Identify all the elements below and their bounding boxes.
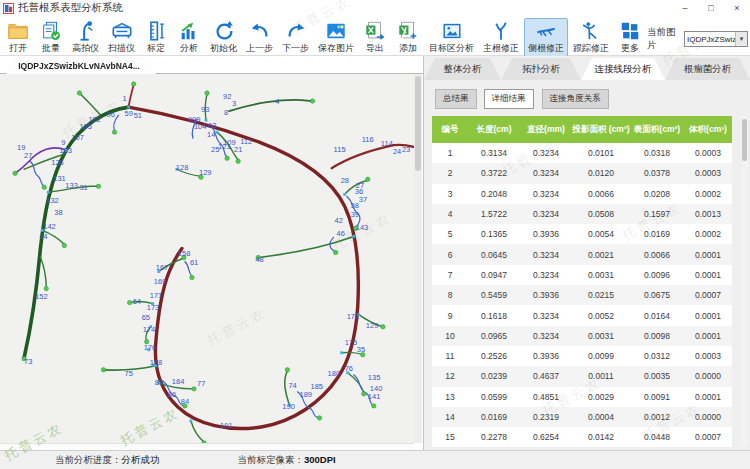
close-button[interactable]: × <box>724 1 750 16</box>
table-row[interactable]: 90.16180.32340.00520.01640.0001 <box>432 305 732 325</box>
root-tip-marker <box>205 91 209 95</box>
cell: 0.0169 <box>468 412 520 422</box>
segment-label: 31 <box>79 183 87 192</box>
toolbar-calibrate-button[interactable]: 标定 <box>140 18 172 57</box>
table-row[interactable]: 130.05990.48510.00290.00910.0001 <box>432 387 732 407</box>
total-results-button[interactable]: 总结果 <box>435 89 477 109</box>
tab-segment-analysis[interactable]: 连接线段分析 <box>581 58 665 80</box>
segment-label: 61 <box>190 258 198 267</box>
table-row[interactable]: 120.02390.46370.00110.00350.0000 <box>432 366 732 386</box>
segment-label: 115 <box>334 145 346 154</box>
current-image-dropdown[interactable]: IQDPJxZSwizb# ▼ <box>684 31 748 47</box>
table-row[interactable]: 60.06450.32340.00210.00660.0001 <box>432 244 732 264</box>
cell: 0.0101 <box>572 148 630 158</box>
toolbar-target-area-button[interactable]: 目标区分析 <box>425 18 478 57</box>
root-tip-marker <box>127 300 131 304</box>
chevron-down-icon[interactable]: ▼ <box>735 32 747 46</box>
angle-relation-button[interactable]: 连接角度关系 <box>542 89 609 109</box>
table-row[interactable]: 20.37220.32340.01200.03780.0003 <box>432 163 732 183</box>
table-row[interactable]: 30.20480.32340.00660.02080.0002 <box>432 184 732 204</box>
cell: 0.0054 <box>572 229 630 239</box>
viewer-tabstrip: IQDPJxZSwizbKLvNAvbNA4... <box>0 56 423 74</box>
cell: 0.0031 <box>572 270 630 280</box>
toolbar-export-button[interactable]: 导出 <box>359 18 391 57</box>
cell: 0.0001 <box>684 331 732 341</box>
segment-label: 65 <box>142 313 150 322</box>
segment-label: 8 <box>224 108 228 117</box>
table-row[interactable]: 10.31340.32340.01010.03180.0003 <box>432 143 732 163</box>
segment-label: 185 <box>311 382 324 391</box>
cell: 1.5722 <box>468 209 520 219</box>
toolbar-open-button[interactable]: 打开 <box>2 18 34 57</box>
table-header-row: 编号长度(cm)直径(mm)投影面积 (cm²)表面积(cm²)体积(cm³) <box>432 116 732 143</box>
toolbar-initialize-button[interactable]: 初始化 <box>206 18 241 57</box>
table-row[interactable]: 100.09650.32340.00310.00980.0001 <box>432 326 732 346</box>
toolbar-scanner-button[interactable]: 扫描仪 <box>104 18 139 57</box>
root-tip-marker <box>225 156 229 160</box>
analysis-panel: 整体分析 拓扑分析 连接线段分析 根瘤菌分析 总结果 详细结果 连接角度关系 编… <box>424 56 750 450</box>
toolbar-batch-button[interactable]: 批量 <box>35 18 67 57</box>
table-row[interactable]: 150.22780.62540.01420.04480.0007 <box>432 427 732 447</box>
table-row[interactable]: 50.13650.39360.00540.01690.0002 <box>432 224 732 244</box>
segment-label: 169 <box>154 277 167 286</box>
folder-open-icon <box>6 20 30 42</box>
tab-rhizobium-analysis[interactable]: 根瘤菌分析 <box>665 58 750 80</box>
tab-topology-analysis[interactable]: 拓扑分析 <box>501 58 581 80</box>
cell: 0.0098 <box>630 331 684 341</box>
cell: 0.3234 <box>520 250 572 260</box>
root-path <box>259 236 353 257</box>
cell: 0.0001 <box>684 311 732 321</box>
tab-overall-analysis[interactable]: 整体分析 <box>424 58 501 80</box>
segment-label: 77 <box>197 379 205 388</box>
root-tip-marker <box>77 91 81 95</box>
toolbar-save-image-button[interactable]: 保存图片 <box>314 18 358 57</box>
segment-label: 107 <box>71 133 84 142</box>
toolbar-more-button[interactable]: 更多 <box>614 18 646 57</box>
viewer-vertical-scrollbar[interactable] <box>414 74 422 443</box>
root-tip-marker <box>101 368 105 372</box>
cell: 0.4851 <box>520 392 572 402</box>
toolbar-lateral-root-fix-button[interactable]: 侧根修正 <box>524 18 568 57</box>
toolbar-add-button[interactable]: 添加 <box>392 18 424 57</box>
cell: 0.0675 <box>630 290 684 300</box>
segment-label: 112 <box>240 137 252 146</box>
viewer-image-tab[interactable]: IQDPJxZSwizbKLvNAvbNA4... <box>6 57 156 74</box>
segment-label: 1 <box>123 94 127 103</box>
table-row[interactable]: 80.54590.39360.02150.06750.0007 <box>432 285 732 305</box>
table-row[interactable]: 110.25260.39360.00990.03120.0003 <box>432 346 732 366</box>
table-scrollbar[interactable] <box>741 116 748 446</box>
cell: 0.0013 <box>684 209 732 219</box>
cell: 0.0965 <box>468 331 520 341</box>
segment-label: 75 <box>125 369 133 378</box>
viewer-horizontal-scrollbar[interactable] <box>0 443 414 450</box>
root-tip-marker <box>317 416 321 420</box>
segment-label: 174 <box>143 325 156 334</box>
table-row[interactable]: 140.01690.23190.00040.00120.0000 <box>432 407 732 427</box>
maximize-button[interactable]: □ <box>698 1 724 16</box>
segment-label: 76 <box>345 364 353 373</box>
cell: 0.2278 <box>468 432 520 442</box>
cell: 0.0096 <box>630 270 684 280</box>
table-row[interactable]: 70.09470.32340.00310.00960.0001 <box>432 265 732 285</box>
segment-label: 38 <box>54 208 62 217</box>
cell: 4 <box>432 209 468 219</box>
table-row[interactable]: 41.57220.32340.05080.15970.0013 <box>432 204 732 224</box>
cell: 0.1597 <box>630 209 684 219</box>
root-image-canvas[interactable]: 1965951182105107912312613113331132381424… <box>0 74 414 443</box>
segment-label: 191 <box>220 421 233 430</box>
analysis-progress-status: 当前分析进度：分析成功 <box>55 454 160 467</box>
toolbar-track-fix-button[interactable]: 跟踪修正 <box>569 18 613 57</box>
root-path <box>229 100 312 111</box>
segment-label: 21 <box>234 145 242 154</box>
toolbar-analyze-button[interactable]: 分析 <box>173 18 205 57</box>
root-tip-marker <box>13 171 17 175</box>
cell: 0.0003 <box>684 168 732 178</box>
detailed-results-button[interactable]: 详细结果 <box>484 89 534 109</box>
cell: 0.3134 <box>468 148 520 158</box>
refresh-icon <box>212 20 236 42</box>
minimize-button[interactable]: – <box>672 1 698 16</box>
toolbar-prev-step-button[interactable]: 上一步 <box>242 18 277 57</box>
toolbar-doc-camera-button[interactable]: 高拍仪 <box>68 18 103 57</box>
toolbar-main-root-fix-button[interactable]: 主根修正 <box>479 18 523 57</box>
toolbar-next-step-button[interactable]: 下一步 <box>278 18 313 57</box>
